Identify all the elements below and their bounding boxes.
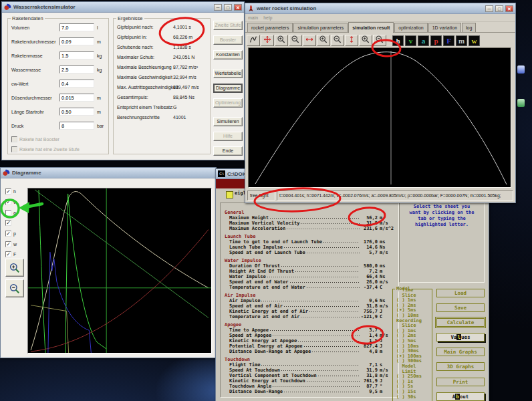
- tab-1d-variation[interactable]: 1D variation: [428, 23, 461, 32]
- menu-help[interactable]: help: [263, 15, 272, 20]
- value-label: Speed at end of Water: [229, 279, 289, 285]
- wasserraketensimulator-titlebar[interactable]: Wasserraketensimulator ─ □ ✕: [2, 2, 244, 13]
- field-input-raketendurchmesser[interactable]: 0,09: [59, 37, 94, 45]
- flight-path-icon: [249, 35, 258, 47]
- checkbox-a[interactable]: [5, 210, 11, 216]
- field-row: Länge Startrohr: [11, 108, 44, 116]
- maximize-button[interactable]: □: [224, 4, 232, 11]
- field-input-cw-wert[interactable]: 0,4: [59, 80, 94, 88]
- ende-button[interactable]: Ende: [213, 146, 243, 156]
- curve-v: [35, 190, 209, 317]
- load-button[interactable]: Load: [436, 289, 485, 297]
- series-m-button[interactable]: m: [456, 35, 467, 46]
- simulation-titlebar[interactable]: water rocket simulation ─ □ ✕: [245, 3, 515, 14]
- field-unit: l: [97, 23, 98, 30]
- tab-rocket-parameters[interactable]: rocket parameters: [247, 23, 293, 32]
- zoom-out-button[interactable]: [5, 279, 24, 297]
- checkbox-w[interactable]: ✓: [5, 241, 11, 247]
- desktop-icon[interactable]: [517, 99, 525, 107]
- toolbar: hvapFmw: [245, 33, 515, 48]
- zoom-out-button[interactable]: [289, 35, 302, 46]
- checkbox-hidden[interactable]: ✓: [5, 220, 11, 226]
- value-row: Kinetic Energy at Apogee1,5J: [225, 338, 396, 344]
- window-title: Diagramme: [12, 170, 214, 176]
- series-v-button[interactable]: v: [405, 35, 416, 46]
- checkbox-label: a: [13, 211, 16, 215]
- value-number: 1,5: [360, 338, 378, 344]
- values-button[interactable]: Values: [436, 333, 485, 342]
- 3d-graphs-button[interactable]: 3D Graphs: [436, 362, 485, 371]
- result-label: Maximale Geschwindigkeit: [117, 75, 172, 80]
- field-input-raketenmasse[interactable]: 1,5: [59, 51, 94, 59]
- field-input-druck[interactable]: 8: [59, 122, 94, 130]
- simulieren-button[interactable]: Simulieren: [213, 117, 243, 126]
- series-F-button[interactable]: F: [443, 35, 454, 46]
- close-button[interactable]: ✕: [505, 5, 513, 12]
- field-input-volumen[interactable]: 7,0: [59, 23, 94, 31]
- save-button[interactable]: Save: [436, 303, 485, 312]
- pan-button[interactable]: [261, 35, 274, 46]
- dot-leader: [306, 378, 360, 384]
- diagramme-curves: [28, 188, 211, 353]
- highlighted-letter-box: [226, 191, 233, 198]
- series-p-button[interactable]: p: [430, 35, 442, 46]
- close-button[interactable]: ✕: [234, 4, 242, 11]
- value-number: 31,9: [360, 368, 378, 373]
- checkbox-p[interactable]: ✓: [5, 231, 11, 237]
- series-w-button[interactable]: w: [469, 35, 480, 46]
- result-row: Berechnungsschritte41001: [117, 115, 207, 120]
- menu-main[interactable]: main: [248, 15, 258, 20]
- value-number: 66,4: [360, 274, 378, 279]
- zoom-out-button[interactable]: [331, 35, 344, 46]
- desktop-icon[interactable]: [517, 65, 525, 74]
- value-unit: m/s: [378, 279, 396, 285]
- zoom-in-button[interactable]: [5, 259, 24, 277]
- konstanten-button[interactable]: Konstanten: [213, 50, 243, 59]
- desktop: Wasserraketensimulator ─ □ ✕ Raketendate…: [0, 0, 532, 401]
- about-button[interactable]: About: [436, 392, 485, 401]
- series-h-button[interactable]: h: [392, 35, 404, 46]
- checkbox-v[interactable]: ✓: [5, 199, 11, 205]
- print-button[interactable]: Print: [436, 378, 485, 386]
- diagramme-titlebar[interactable]: Diagramme: [1, 168, 216, 178]
- minimize-button[interactable]: ─: [485, 5, 493, 12]
- zoom-horizontal-button[interactable]: [303, 35, 316, 46]
- main-graphs-button[interactable]: Main Graphs: [436, 348, 485, 356]
- field-input-wassermasse[interactable]: 2,5: [59, 65, 94, 74]
- result-label: Gipfelpunkt in:: [117, 35, 147, 39]
- checkbox[interactable]: [11, 136, 17, 142]
- series-a-button[interactable]: a: [418, 35, 429, 46]
- rocket-icon: [247, 5, 255, 12]
- checkbox-h[interactable]: ✓: [5, 188, 11, 194]
- zoom-vertical-button[interactable]: [345, 35, 358, 46]
- flight-path-button[interactable]: [247, 35, 260, 46]
- wertetabelle-button[interactable]: Wertetabelle: [213, 69, 243, 78]
- value-number: 4,8: [360, 349, 378, 354]
- result-value: 243,051 N: [173, 55, 194, 59]
- section-header: Air Impulse: [225, 293, 396, 298]
- diagramme-chart[interactable]: [27, 188, 212, 354]
- status-bar: free flight t=0004.401s; h=0071.442m; v=…: [247, 190, 513, 200]
- result-value: 68,226 m: [173, 35, 192, 39]
- tab-simulation-result[interactable]: simulation result: [348, 22, 394, 33]
- checkbox[interactable]: [11, 146, 17, 152]
- field-input-l-nge-startrohr[interactable]: 0,50: [59, 108, 94, 116]
- calculate-button[interactable]: Calculate: [436, 318, 485, 327]
- zoom-in-button[interactable]: [317, 35, 330, 46]
- zoom-in-button[interactable]: [275, 35, 288, 46]
- option-row[interactable]: ( ) 30s: [396, 395, 416, 400]
- tab-log[interactable]: log: [462, 23, 476, 32]
- maximize-button[interactable]: □: [495, 5, 503, 12]
- zoom-out-button[interactable]: [373, 35, 386, 46]
- diagramme-button[interactable]: Diagramme: [213, 84, 243, 93]
- zoom-in-button[interactable]: [359, 35, 372, 46]
- field-input-d-sendurchmesser[interactable]: 0,015: [59, 94, 94, 102]
- tab-optimization[interactable]: optimization: [394, 23, 427, 32]
- checkbox-F[interactable]: ✓: [5, 251, 11, 257]
- minimize-button[interactable]: ─: [214, 4, 222, 11]
- values-section-launch-tube: Launch TubeTime to get to end of Launch …: [225, 234, 396, 255]
- dot-leader: [283, 389, 360, 394]
- tab-simulation-parameters[interactable]: simulation parameters: [293, 23, 348, 32]
- value-label: Speed at Apogee: [229, 333, 271, 338]
- result-plot[interactable]: [248, 47, 511, 188]
